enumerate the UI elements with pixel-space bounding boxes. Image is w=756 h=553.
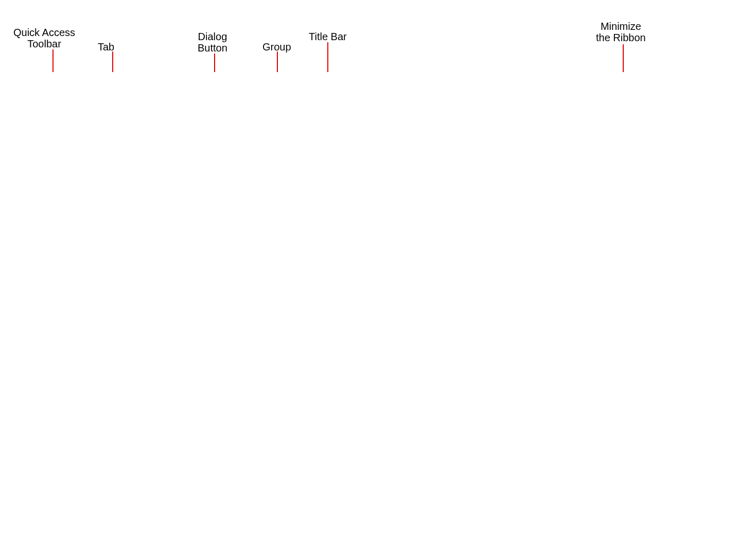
annotation-tab: Tab xyxy=(98,41,114,53)
annotation-dialog: Dialog Button xyxy=(198,31,227,54)
annotation-group: Group xyxy=(262,41,291,53)
annotation-titlebar: Title Bar xyxy=(309,31,347,42)
annotation-qat: Quick Access Toolbar xyxy=(13,27,75,49)
annotation-minribbon: Minimize the Ribbon xyxy=(596,21,646,43)
